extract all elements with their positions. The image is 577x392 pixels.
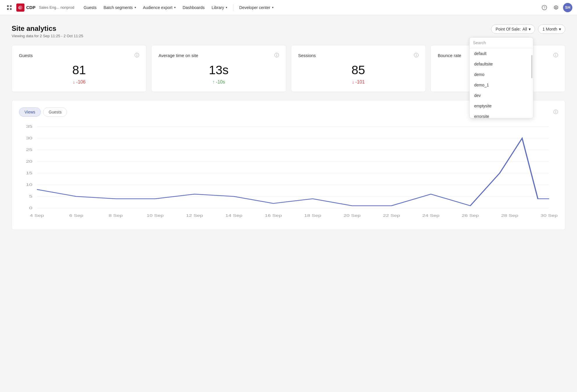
pos-value: All [523,27,527,31]
chart-container: 35 30 25 20 15 10 5 0 [19,124,558,223]
stat-card-avg-time-header: Average time on site ⓘ [158,52,279,58]
svg-text:22 Sep: 22 Sep [383,214,400,217]
dropdown-search-input[interactable] [473,40,530,45]
svg-text:?: ? [544,6,545,9]
tab-views[interactable]: Views [19,107,41,117]
svg-text:30: 30 [26,136,32,140]
stat-card-bounce-title: Bounce rate [438,53,461,58]
library-chevron: ▾ [226,6,227,9]
svg-text:24 Sep: 24 Sep [422,214,440,217]
dropdown-search-container [470,38,533,48]
stat-card-guests-title: Guests [19,53,33,58]
nav-developer-center[interactable]: Developer center ▾ [236,3,277,12]
guests-change-value: -106 [76,79,86,85]
list-item[interactable]: default [470,48,533,59]
chart-section: Views Guests ⓘ 35 30 25 20 15 1 [12,100,565,230]
stat-card-bounce-info-icon[interactable]: ⓘ [553,52,558,58]
stat-card-sessions-value: 85 [298,63,419,77]
page-title-block: Site analytics Viewing data for 2 Sep 11… [12,24,83,38]
pos-chevron-icon: ▾ [529,27,531,31]
svg-text:15: 15 [26,171,32,175]
svg-text:28 Sep: 28 Sep [501,214,518,217]
stat-card-guests-header: Guests ⓘ [19,52,139,58]
sessions-change-arrow-icon: ↓ [352,79,354,85]
chart-svg: 35 30 25 20 15 10 5 0 [19,124,558,223]
brand-name: CDP [26,5,36,10]
grid-menu-icon[interactable] [5,3,14,12]
nav-guests[interactable]: Guests [80,3,100,12]
list-item[interactable]: dev [470,90,533,101]
env-label: Sales Eng... nonprod [39,5,74,10]
pos-dropdown-button[interactable]: Point Of Sale: All ▾ [491,24,535,34]
svg-text:4 Sep: 4 Sep [30,214,44,217]
pos-dropdown-panel: default defaultsite demo demo_1 dev empt… [469,37,533,118]
topnav: C CDP Sales Eng... nonprod Guests Batch … [0,0,577,15]
svg-text:20: 20 [26,159,32,164]
time-range-button[interactable]: 1 Month ▾ [538,24,565,34]
svg-text:30 Sep: 30 Sep [541,214,558,217]
stat-card-sessions: Sessions ⓘ 85 ↓ -101 [291,45,426,92]
topnav-icons: ? SH [540,3,572,12]
header-controls: Point Of Sale: All ▾ 1 Month ▾ default d… [491,24,565,34]
stat-card-guests: Guests ⓘ 81 ↓ -106 [12,45,147,92]
stat-card-sessions-change: ↓ -101 [298,79,419,85]
stat-card-sessions-title: Sessions [298,53,316,58]
stat-card-avg-time-change: ↑ -10s [158,79,279,85]
user-avatar[interactable]: SH [563,3,572,12]
svg-text:12 Sep: 12 Sep [186,214,203,217]
list-item[interactable]: defaultsite [470,59,533,69]
svg-text:20 Sep: 20 Sep [343,214,361,217]
svg-text:C: C [18,6,21,9]
list-item[interactable]: demo [470,69,533,80]
svg-text:26 Sep: 26 Sep [462,214,479,217]
stat-card-sessions-header: Sessions ⓘ [298,52,419,58]
logo-image: C [16,3,24,12]
audience-export-chevron: ▾ [174,6,176,9]
svg-text:10 Sep: 10 Sep [147,214,164,217]
list-item[interactable]: emptysite [470,101,533,111]
nav-dashboards[interactable]: Dashboards [179,3,208,12]
sessions-change-value: -101 [355,79,365,85]
stat-card-guests-value: 81 [19,63,139,77]
svg-text:8 Sep: 8 Sep [109,214,123,217]
list-item[interactable]: demo_1 [470,80,533,90]
nav-batch-segments[interactable]: Batch segments ▾ [100,3,139,12]
stat-card-guests-info-icon[interactable]: ⓘ [135,52,139,58]
stat-card-avg-time: Average time on site ⓘ 13s ↑ -10s [151,45,286,92]
page-subtitle: Viewing data for 2 Sep 11:25 - 2 Oct 11:… [12,34,83,38]
time-range-label: 1 Month [542,27,557,31]
stat-card-avg-time-title: Average time on site [158,53,198,58]
stat-card-sessions-info-icon[interactable]: ⓘ [414,52,419,58]
nav-divider [233,4,233,11]
nav-library[interactable]: Library ▾ [208,3,231,12]
dropdown-scrollbar[interactable] [531,55,532,78]
stat-card-avg-time-value: 13s [158,63,279,77]
chart-info-icon[interactable]: ⓘ [553,109,558,115]
svg-text:0: 0 [29,206,32,210]
nav-audience-export[interactable]: Audience export ▾ [140,3,179,12]
svg-text:35: 35 [26,124,32,129]
svg-text:18 Sep: 18 Sep [304,214,321,217]
svg-text:14 Sep: 14 Sep [225,214,243,217]
svg-rect-3 [10,8,12,10]
page-title: Site analytics [12,24,83,33]
tab-guests[interactable]: Guests [43,107,67,117]
stat-card-avg-time-info-icon[interactable]: ⓘ [274,52,279,58]
svg-rect-0 [7,5,9,7]
dropdown-list: default defaultsite demo demo_1 dev empt… [470,48,533,118]
page-header: Site analytics Viewing data for 2 Sep 11… [12,24,565,38]
topnav-logo[interactable]: C CDP [16,3,37,12]
list-item[interactable]: errorsite [470,111,533,118]
svg-text:5: 5 [29,194,32,198]
batch-segments-chevron: ▾ [135,6,136,9]
developer-center-chevron: ▾ [272,6,273,9]
svg-text:25: 25 [26,148,32,152]
time-range-chevron-icon: ▾ [559,27,561,31]
svg-text:10: 10 [26,182,32,187]
help-button[interactable]: ? [540,3,549,12]
svg-text:16 Sep: 16 Sep [265,214,282,217]
settings-button[interactable] [551,3,561,12]
avg-time-change-arrow-icon: ↑ [212,79,215,85]
avg-time-change-value: -10s [216,79,225,85]
svg-rect-1 [10,5,12,7]
